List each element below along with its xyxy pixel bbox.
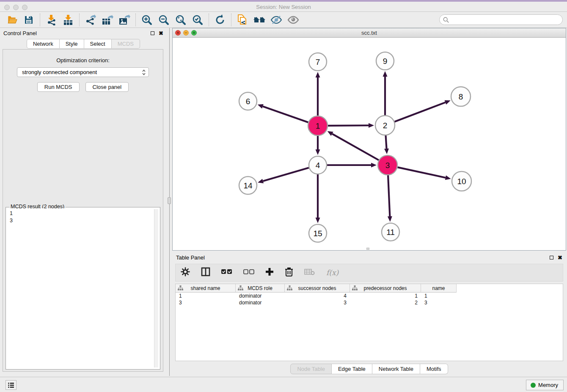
- select-all-button[interactable]: [221, 269, 232, 276]
- splitter-grip[interactable]: [168, 197, 171, 204]
- graph-node-label: 15: [313, 229, 322, 238]
- column-header-predecessor-nodes[interactable]: predecessor nodes: [350, 284, 421, 293]
- tab-network[interactable]: Network: [27, 39, 60, 49]
- column-header-shared-name[interactable]: shared name: [176, 284, 236, 293]
- memory-button[interactable]: Memory: [526, 380, 564, 390]
- zoom-out-button[interactable]: [155, 13, 172, 27]
- zoom-out-icon: [158, 14, 170, 26]
- hide-panels-button[interactable]: [268, 13, 285, 27]
- table-settings-button[interactable]: [181, 267, 190, 278]
- columns-icon: [201, 267, 210, 276]
- delete-column-button[interactable]: [285, 267, 293, 278]
- tab-motifs[interactable]: Motifs: [420, 364, 448, 374]
- toolbar-separator: [79, 14, 80, 26]
- search-input[interactable]: [451, 17, 562, 23]
- graph-node-label: 7: [316, 58, 320, 66]
- cell-predecessor-nodes[interactable]: 1: [350, 293, 421, 299]
- cell-successor-nodes[interactable]: 4: [285, 293, 350, 299]
- zoom-selected-button[interactable]: [189, 13, 206, 27]
- cell-shared-name[interactable]: 1: [176, 293, 236, 299]
- table-row[interactable]: 3 dominator 3 2 3: [176, 299, 563, 306]
- dropdown-stepper-icon: [142, 69, 146, 76]
- graph-edge-3-10[interactable]: [397, 167, 445, 178]
- float-panel-icon[interactable]: [151, 31, 154, 35]
- cell-mcds-role[interactable]: dominator: [236, 293, 285, 299]
- deselect-all-button[interactable]: [243, 269, 254, 276]
- export-image-icon: [118, 14, 130, 25]
- cell-shared-name[interactable]: 3: [176, 299, 236, 306]
- tab-mcds[interactable]: MCDS: [112, 39, 140, 49]
- graph-edge-1-6[interactable]: [263, 106, 308, 122]
- import-network-button[interactable]: [43, 13, 60, 27]
- export-network-button[interactable]: [82, 13, 99, 27]
- toolbar-separator: [231, 14, 231, 26]
- tab-style[interactable]: Style: [60, 39, 84, 49]
- tab-network-table[interactable]: Network Table: [372, 364, 420, 374]
- graph-node-label: 8: [459, 92, 463, 101]
- hierarchy-icon: [287, 285, 292, 291]
- cell-mcds-role[interactable]: dominator: [236, 299, 285, 306]
- graph-arrowhead: [316, 72, 320, 77]
- hierarchy-icon: [238, 285, 243, 291]
- zoom-in-button[interactable]: [138, 13, 155, 27]
- zoom-fit-icon: [175, 14, 187, 26]
- task-history-button[interactable]: [6, 380, 17, 390]
- graph-arrowhead: [258, 179, 264, 183]
- cell-name[interactable]: 1: [421, 293, 457, 299]
- cell-name[interactable]: 3: [421, 299, 457, 306]
- graph-edge-3-11[interactable]: [388, 175, 390, 216]
- toggle-view-button[interactable]: [285, 13, 302, 27]
- export-image-button[interactable]: [116, 13, 133, 27]
- table-panel-title: Table Panel: [176, 254, 545, 261]
- column-header-mcds-role[interactable]: MCDS role: [236, 284, 285, 293]
- app-titlebar: Session: New Session: [0, 0, 567, 12]
- network-window-titlebar[interactable]: × − + scc.txt: [173, 28, 566, 38]
- panel-splitter[interactable]: [167, 28, 172, 376]
- zoom-in-icon: [141, 14, 153, 26]
- criterion-dropdown[interactable]: strongly connected component: [17, 67, 149, 77]
- window-title: Session: New Session: [0, 4, 567, 10]
- tab-edge-table[interactable]: Edge Table: [332, 364, 372, 374]
- cell-successor-nodes[interactable]: 3: [285, 299, 350, 306]
- open-file-button[interactable]: [3, 13, 20, 27]
- graph-edge-4-14[interactable]: [263, 168, 309, 181]
- search-field[interactable]: [439, 14, 563, 25]
- close-table-panel-icon[interactable]: ✖: [558, 254, 562, 261]
- refresh-view-button[interactable]: [212, 13, 228, 27]
- add-column-button[interactable]: [265, 268, 274, 278]
- column-header-name[interactable]: name: [421, 284, 457, 293]
- column-header-successor-nodes[interactable]: successor nodes: [285, 284, 350, 293]
- network-canvas[interactable]: 7968124314101511: [173, 38, 566, 250]
- column-layout-button[interactable]: [201, 267, 210, 278]
- graph-edge-3-1[interactable]: [332, 134, 379, 160]
- table-row[interactable]: 1 dominator 4 1 1: [176, 293, 563, 299]
- float-table-panel-icon[interactable]: [550, 256, 553, 259]
- close-panel-icon[interactable]: ✖: [159, 30, 163, 36]
- tab-select[interactable]: Select: [84, 39, 112, 49]
- refresh-icon: [214, 14, 226, 26]
- graph-edge-1-2[interactable]: [328, 125, 369, 126]
- node-table-header: shared name MCDS role successor nodes pr…: [176, 284, 563, 293]
- cell-predecessor-nodes[interactable]: 2: [350, 299, 421, 306]
- node-table[interactable]: shared name MCDS role successor nodes pr…: [175, 284, 563, 361]
- export-network-icon: [85, 14, 96, 25]
- zoom-fit-button[interactable]: [172, 13, 189, 27]
- show-all-windows-button[interactable]: [251, 13, 268, 27]
- graph-arrowhead: [388, 216, 392, 222]
- import-network-icon: [46, 14, 57, 25]
- view-resize-handle[interactable]: [366, 248, 369, 250]
- graph-edge-2-3[interactable]: [386, 135, 387, 149]
- gear-icon: [181, 267, 190, 276]
- close-panel-button[interactable]: Close panel: [85, 82, 129, 92]
- tab-node-table[interactable]: Node Table: [290, 364, 332, 374]
- open-folder-icon: [6, 14, 17, 25]
- graph-node-label: 1: [316, 121, 320, 130]
- save-session-button[interactable]: [20, 13, 37, 27]
- clone-network-button[interactable]: [234, 13, 251, 27]
- export-table-button[interactable]: [99, 13, 116, 27]
- run-mcds-button[interactable]: Run MCDS: [37, 82, 80, 92]
- mcds-panel-body: Optimization criterion: strongly connect…: [3, 49, 163, 372]
- import-table-button[interactable]: [60, 13, 77, 27]
- result-scrollbar[interactable]: [154, 209, 158, 367]
- graph-edge-2-8[interactable]: [394, 102, 445, 122]
